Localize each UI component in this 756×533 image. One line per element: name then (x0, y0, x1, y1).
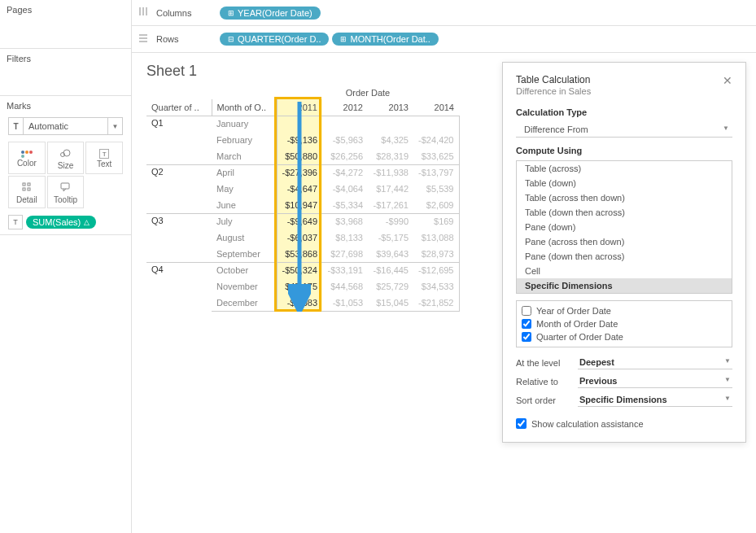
value-cell[interactable]: $15,045 (368, 295, 413, 311)
value-cell[interactable]: $2,609 (413, 197, 459, 213)
calc-type-dropdown[interactable]: Difference From ▼ (516, 122, 732, 138)
compute-option[interactable]: Cell (517, 264, 732, 278)
quarter-header[interactable]: Quarter of .. (146, 99, 212, 116)
value-cell[interactable]: -$27,396 (277, 164, 322, 181)
quarter-cell[interactable]: Q2 (146, 164, 212, 213)
month-cell[interactable]: March (212, 148, 277, 164)
value-cell[interactable]: -$9,649 (277, 213, 322, 229)
value-cell[interactable]: -$11,938 (368, 164, 413, 181)
value-cell[interactable]: $33,625 (413, 148, 459, 164)
month-cell[interactable]: October (212, 262, 277, 278)
value-cell[interactable]: -$17,261 (368, 197, 413, 213)
value-cell[interactable]: -$9,136 (277, 132, 322, 148)
compute-option[interactable]: Table (down then across) (517, 205, 732, 220)
month-cell[interactable]: July (212, 213, 277, 229)
month-pill[interactable]: ⊞MONTH(Order Dat.. (332, 33, 438, 46)
year-header[interactable]: 2011 (277, 99, 322, 116)
month-cell[interactable]: May (212, 181, 277, 197)
filters-shelf[interactable]: Filters (0, 49, 131, 96)
value-cell[interactable]: -$5,334 (322, 197, 368, 213)
close-button[interactable]: ✕ (723, 74, 732, 87)
value-cell[interactable]: $3,968 (322, 213, 368, 229)
value-cell[interactable]: -$13,797 (413, 164, 459, 181)
month-cell[interactable]: September (212, 246, 277, 262)
value-cell[interactable]: $10,947 (277, 197, 322, 213)
quarter-cell[interactable]: Q4 (146, 262, 212, 311)
columns-shelf[interactable]: Columns ⊞YEAR(Order Date) (132, 0, 756, 26)
value-cell[interactable]: -$5,963 (322, 132, 368, 148)
rows-shelf[interactable]: Rows ⊟QUARTER(Order D.. ⊞MONTH(Order Dat… (132, 26, 756, 52)
value-cell[interactable]: -$1,053 (322, 295, 368, 311)
value-cell[interactable]: -$9,083 (277, 295, 322, 311)
value-cell[interactable]: -$21,852 (413, 295, 459, 311)
value-cell[interactable]: -$990 (368, 213, 413, 229)
dimension-check-row[interactable]: Quarter of Order Date (522, 330, 727, 343)
month-cell[interactable]: April (212, 164, 277, 181)
compute-option[interactable]: Pane (across then down) (517, 234, 732, 249)
value-cell[interactable]: $5,539 (413, 181, 459, 197)
dimension-check-row[interactable]: Month of Order Date (522, 317, 727, 330)
month-cell[interactable]: February (212, 132, 277, 148)
value-cell[interactable]: -$33,191 (322, 262, 368, 278)
sort-order-dropdown[interactable]: Specific Dimensions▼ (578, 393, 732, 407)
year-pill[interactable]: ⊞YEAR(Order Date) (220, 7, 321, 20)
value-cell[interactable]: $39,643 (368, 246, 413, 262)
value-cell[interactable]: $28,319 (368, 148, 413, 164)
value-cell[interactable]: $47,175 (277, 278, 322, 295)
value-cell[interactable]: $169 (413, 213, 459, 229)
value-cell[interactable]: $25,729 (368, 278, 413, 295)
value-cell[interactable]: $13,088 (413, 229, 459, 246)
value-cell[interactable]: -$50,324 (277, 262, 322, 278)
value-cell[interactable]: $17,442 (368, 181, 413, 197)
compute-option[interactable]: Specific Dimensions (517, 278, 732, 293)
value-cell[interactable] (277, 116, 322, 132)
marks-size-button[interactable]: Size (47, 142, 85, 174)
value-cell[interactable]: -$12,695 (413, 262, 459, 278)
compute-option[interactable]: Pane (down) (517, 220, 732, 234)
quarter-cell[interactable]: Q3 (146, 213, 212, 262)
value-cell[interactable]: -$4,647 (277, 181, 322, 197)
dimension-checkbox[interactable] (522, 319, 531, 329)
value-cell[interactable] (322, 116, 368, 132)
at-level-dropdown[interactable]: Deepest▼ (578, 356, 732, 369)
compute-option[interactable]: Table (across then down) (517, 190, 732, 205)
month-cell[interactable]: January (212, 116, 277, 132)
marks-type-dropdown[interactable]: T Automatic ▼ (8, 117, 123, 135)
marks-tooltip-button[interactable]: Tooltip (47, 176, 85, 208)
marks-text-button[interactable]: T Text (85, 142, 123, 174)
value-cell[interactable]: $4,325 (368, 132, 413, 148)
month-cell[interactable]: June (212, 197, 277, 213)
value-cell[interactable]: -$4,272 (322, 164, 368, 181)
value-cell[interactable] (368, 116, 413, 132)
dimension-check-row[interactable]: Year of Order Date (522, 304, 727, 317)
year-header[interactable]: 2012 (322, 99, 368, 116)
dimension-checkbox[interactable] (522, 332, 531, 342)
month-header[interactable]: Month of O.. (212, 99, 277, 116)
marks-detail-button[interactable]: Detail (8, 176, 46, 208)
month-cell[interactable]: December (212, 295, 277, 311)
compute-option[interactable]: Table (down) (517, 176, 732, 190)
value-cell[interactable]: -$6,037 (277, 229, 322, 246)
value-cell[interactable]: -$16,445 (368, 262, 413, 278)
show-assist-checkbox[interactable] (516, 418, 527, 429)
quarter-pill[interactable]: ⊟QUARTER(Order D.. (220, 33, 329, 46)
pages-shelf[interactable]: Pages (0, 0, 131, 49)
value-cell[interactable]: -$5,175 (368, 229, 413, 246)
value-cell[interactable]: $26,256 (322, 148, 368, 164)
sum-sales-pill[interactable]: SUM(Sales) △ (26, 216, 96, 229)
dimension-checkbox[interactable] (522, 306, 531, 316)
year-header[interactable]: 2014 (413, 99, 459, 116)
relative-to-dropdown[interactable]: Previous▼ (578, 374, 732, 388)
value-cell[interactable]: $28,973 (413, 246, 459, 262)
value-cell[interactable]: $27,698 (322, 246, 368, 262)
value-cell[interactable]: $50,880 (277, 148, 322, 164)
marks-color-button[interactable]: Color (8, 142, 46, 174)
month-cell[interactable]: November (212, 278, 277, 295)
year-header[interactable]: 2013 (368, 99, 413, 116)
value-cell[interactable]: -$24,420 (413, 132, 459, 148)
compute-option[interactable]: Pane (down then across) (517, 249, 732, 264)
value-cell[interactable]: -$4,064 (322, 181, 368, 197)
value-cell[interactable]: $44,568 (322, 278, 368, 295)
quarter-cell[interactable]: Q1 (146, 116, 212, 164)
value-cell[interactable] (413, 116, 459, 132)
